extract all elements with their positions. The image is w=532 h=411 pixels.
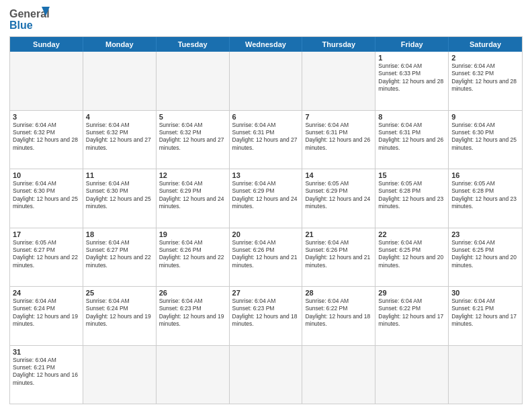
day-number: 31 <box>13 348 80 356</box>
calendar-body: 1Sunrise: 6:04 AM Sunset: 6:33 PM Daylig… <box>10 52 522 404</box>
day-number: 10 <box>13 171 80 179</box>
calendar-cell: 8Sunrise: 6:04 AM Sunset: 6:31 PM Daylig… <box>375 111 449 169</box>
calendar-cell: 14Sunrise: 6:05 AM Sunset: 6:29 PM Dayli… <box>302 169 375 228</box>
day-info: Sunrise: 6:04 AM Sunset: 6:32 PM Dayligh… <box>86 122 153 152</box>
calendar-cell <box>10 52 83 110</box>
day-number: 8 <box>378 113 445 121</box>
weekday-header-wednesday: Wednesday <box>230 37 303 52</box>
day-number: 29 <box>378 289 445 297</box>
calendar-cell <box>83 346 157 404</box>
calendar-cell: 25Sunrise: 6:04 AM Sunset: 6:24 PM Dayli… <box>83 287 157 345</box>
day-info: Sunrise: 6:04 AM Sunset: 6:26 PM Dayligh… <box>232 239 300 270</box>
calendar-cell: 3Sunrise: 6:04 AM Sunset: 6:32 PM Daylig… <box>10 111 83 169</box>
calendar-row-3: 17Sunrise: 6:05 AM Sunset: 6:27 PM Dayli… <box>10 228 522 287</box>
calendar-cell: 27Sunrise: 6:04 AM Sunset: 6:23 PM Dayli… <box>230 287 303 345</box>
svg-text:Blue: Blue <box>9 19 33 31</box>
calendar-cell <box>302 346 375 404</box>
day-number: 4 <box>86 113 153 121</box>
calendar-cell: 1Sunrise: 6:04 AM Sunset: 6:33 PM Daylig… <box>375 52 449 110</box>
day-number: 25 <box>86 289 153 297</box>
calendar-header: SundayMondayTuesdayWednesdayThursdayFrid… <box>10 37 522 52</box>
calendar-cell: 19Sunrise: 6:04 AM Sunset: 6:26 PM Dayli… <box>157 228 230 287</box>
calendar-row-1: 3Sunrise: 6:04 AM Sunset: 6:32 PM Daylig… <box>10 110 522 169</box>
day-number: 14 <box>305 171 372 179</box>
weekday-header-thursday: Thursday <box>302 37 375 52</box>
day-number: 11 <box>86 171 153 179</box>
calendar-cell: 21Sunrise: 6:04 AM Sunset: 6:26 PM Dayli… <box>302 228 375 287</box>
day-info: Sunrise: 6:04 AM Sunset: 6:29 PM Dayligh… <box>159 180 226 211</box>
header: GeneralBlue <box>9 7 523 32</box>
day-number: 19 <box>159 230 226 238</box>
weekday-header-monday: Monday <box>83 37 157 52</box>
day-number: 9 <box>451 113 519 121</box>
day-info: Sunrise: 6:04 AM Sunset: 6:31 PM Dayligh… <box>232 122 300 152</box>
day-info: Sunrise: 6:04 AM Sunset: 6:31 PM Dayligh… <box>305 122 372 152</box>
day-info: Sunrise: 6:04 AM Sunset: 6:27 PM Dayligh… <box>86 239 153 270</box>
weekday-header-friday: Friday <box>375 37 449 52</box>
day-number: 2 <box>451 54 519 62</box>
day-info: Sunrise: 6:04 AM Sunset: 6:30 PM Dayligh… <box>86 180 153 211</box>
calendar-cell <box>157 52 230 110</box>
day-number: 5 <box>159 113 226 121</box>
calendar-cell: 16Sunrise: 6:05 AM Sunset: 6:28 PM Dayli… <box>449 169 522 228</box>
day-info: Sunrise: 6:05 AM Sunset: 6:28 PM Dayligh… <box>378 180 445 211</box>
calendar-cell: 24Sunrise: 6:04 AM Sunset: 6:24 PM Dayli… <box>10 287 83 345</box>
calendar-cell: 28Sunrise: 6:04 AM Sunset: 6:22 PM Dayli… <box>302 287 375 345</box>
calendar-cell <box>230 52 303 110</box>
weekday-header-sunday: Sunday <box>10 37 83 52</box>
day-info: Sunrise: 6:04 AM Sunset: 6:22 PM Dayligh… <box>305 298 372 328</box>
calendar-row-2: 10Sunrise: 6:04 AM Sunset: 6:30 PM Dayli… <box>10 169 522 228</box>
day-number: 28 <box>305 289 372 297</box>
calendar-cell <box>83 52 157 110</box>
calendar-cell <box>302 52 375 110</box>
day-number: 1 <box>378 54 445 62</box>
day-info: Sunrise: 6:04 AM Sunset: 6:30 PM Dayligh… <box>13 180 80 211</box>
calendar-cell: 20Sunrise: 6:04 AM Sunset: 6:26 PM Dayli… <box>230 228 303 287</box>
day-number: 26 <box>159 289 226 297</box>
day-info: Sunrise: 6:04 AM Sunset: 6:26 PM Dayligh… <box>159 239 226 270</box>
day-number: 13 <box>232 171 300 179</box>
calendar-cell: 12Sunrise: 6:04 AM Sunset: 6:29 PM Dayli… <box>157 169 230 228</box>
day-info: Sunrise: 6:04 AM Sunset: 6:25 PM Dayligh… <box>378 239 445 270</box>
day-info: Sunrise: 6:04 AM Sunset: 6:33 PM Dayligh… <box>378 62 445 93</box>
day-number: 30 <box>451 289 519 297</box>
calendar-cell <box>230 346 303 404</box>
day-number: 16 <box>451 171 519 179</box>
day-info: Sunrise: 6:04 AM Sunset: 6:32 PM Dayligh… <box>13 122 80 152</box>
day-number: 27 <box>232 289 300 297</box>
calendar-cell: 29Sunrise: 6:04 AM Sunset: 6:22 PM Dayli… <box>375 287 449 345</box>
day-number: 18 <box>86 230 153 238</box>
day-info: Sunrise: 6:04 AM Sunset: 6:23 PM Dayligh… <box>159 298 226 328</box>
calendar-cell: 4Sunrise: 6:04 AM Sunset: 6:32 PM Daylig… <box>83 111 157 169</box>
calendar-cell: 10Sunrise: 6:04 AM Sunset: 6:30 PM Dayli… <box>10 169 83 228</box>
calendar: SundayMondayTuesdayWednesdayThursdayFrid… <box>9 36 523 404</box>
day-number: 3 <box>13 113 80 121</box>
calendar-cell: 30Sunrise: 6:04 AM Sunset: 6:21 PM Dayli… <box>449 287 522 345</box>
day-info: Sunrise: 6:04 AM Sunset: 6:24 PM Dayligh… <box>86 298 153 328</box>
calendar-row-4: 24Sunrise: 6:04 AM Sunset: 6:24 PM Dayli… <box>10 286 522 345</box>
day-info: Sunrise: 6:04 AM Sunset: 6:21 PM Dayligh… <box>13 357 80 387</box>
day-number: 6 <box>232 113 300 121</box>
calendar-cell: 2Sunrise: 6:04 AM Sunset: 6:32 PM Daylig… <box>449 52 522 110</box>
calendar-cell: 23Sunrise: 6:04 AM Sunset: 6:25 PM Dayli… <box>449 228 522 287</box>
calendar-cell: 26Sunrise: 6:04 AM Sunset: 6:23 PM Dayli… <box>157 287 230 345</box>
day-number: 12 <box>159 171 226 179</box>
calendar-cell: 5Sunrise: 6:04 AM Sunset: 6:32 PM Daylig… <box>157 111 230 169</box>
day-info: Sunrise: 6:04 AM Sunset: 6:26 PM Dayligh… <box>305 239 372 270</box>
day-number: 21 <box>305 230 372 238</box>
day-number: 15 <box>378 171 445 179</box>
page: GeneralBlue SundayMondayTuesdayWednesday… <box>0 0 532 411</box>
day-number: 7 <box>305 113 372 121</box>
day-number: 23 <box>451 230 519 238</box>
day-info: Sunrise: 6:04 AM Sunset: 6:22 PM Dayligh… <box>378 298 445 328</box>
day-number: 20 <box>232 230 300 238</box>
day-number: 22 <box>378 230 445 238</box>
calendar-cell <box>449 346 522 404</box>
day-info: Sunrise: 6:04 AM Sunset: 6:32 PM Dayligh… <box>451 62 519 93</box>
calendar-cell <box>157 346 230 404</box>
calendar-row-5: 31Sunrise: 6:04 AM Sunset: 6:21 PM Dayli… <box>10 345 522 404</box>
day-info: Sunrise: 6:04 AM Sunset: 6:29 PM Dayligh… <box>232 180 300 211</box>
calendar-cell: 11Sunrise: 6:04 AM Sunset: 6:30 PM Dayli… <box>83 169 157 228</box>
day-info: Sunrise: 6:04 AM Sunset: 6:24 PM Dayligh… <box>13 298 80 328</box>
logo: GeneralBlue <box>9 7 50 32</box>
